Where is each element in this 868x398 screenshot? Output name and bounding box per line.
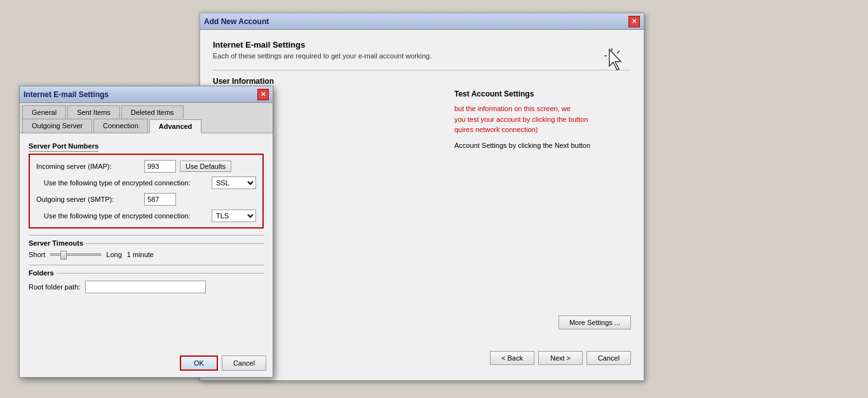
encrypted-row-1: Use the following type of encrypted conn… — [36, 176, 256, 189]
encrypted-row-2: Use the following type of encrypted conn… — [36, 209, 256, 222]
root-folder-input[interactable] — [85, 281, 206, 293]
outer-dialog-close-button[interactable]: ✕ — [628, 16, 640, 27]
tab-advanced[interactable]: Advanced — [149, 119, 202, 133]
incoming-server-row: Incoming server (IMAP): Use Defaults — [36, 160, 256, 173]
slider-thumb — [60, 251, 67, 260]
outer-dialog-titlebar: Add New Account ✕ — [200, 13, 644, 30]
time-value: 1 minute — [127, 251, 154, 258]
folders-header: Folders — [29, 265, 264, 277]
test-account-title: Test Account Settings — [454, 90, 626, 98]
tab-outgoing-server[interactable]: Outgoing Server — [22, 119, 92, 133]
tab-sent-items[interactable]: Sent Items — [67, 105, 120, 119]
user-info-header: User Information — [213, 77, 631, 86]
use-defaults-button[interactable]: Use Defaults — [180, 161, 231, 172]
cursor-decoration — [604, 48, 625, 73]
folders-section: Folders Root folder path: — [29, 265, 264, 293]
tab-general[interactable]: General — [22, 105, 66, 119]
more-settings-area: More Settings ... — [559, 315, 631, 329]
encrypted-select-2[interactable]: TLS — [212, 209, 256, 222]
short-label: Short — [29, 251, 45, 258]
outer-divider — [213, 70, 631, 70]
tab-strip-row2: Outgoing Server Connection Advanced — [20, 119, 273, 133]
encrypted-select-1[interactable]: SSL — [212, 176, 256, 189]
outer-bottom-buttons: < Back Next > Cancel — [490, 351, 631, 365]
form-row-ou: Ou — [213, 154, 631, 162]
slider-row: Short Long 1 minute — [29, 251, 264, 258]
form-row-us: Us — [213, 181, 631, 189]
root-folder-row: Root folder path: — [29, 281, 264, 293]
incoming-server-input[interactable] — [144, 160, 176, 173]
inner-close-button[interactable]: ✕ — [257, 89, 269, 100]
test-account-text4: Account Settings by clicking the Next bu… — [454, 140, 626, 151]
server-port-numbers-section: Server Port Numbers Incoming server (IMA… — [29, 142, 264, 229]
outgoing-server-label: Outgoing server (SMTP): — [36, 196, 144, 203]
advanced-tab-content: Server Port Numbers Incoming server (IMA… — [20, 133, 273, 302]
inner-bottom-buttons: OK Cancel — [180, 355, 266, 371]
encrypted-label-1: Use the following type of encrypted conn… — [44, 179, 212, 187]
tab-deleted-items[interactable]: Deleted Items — [121, 105, 184, 119]
test-account-text1: but the information on this screen, we y… — [454, 103, 626, 135]
long-label: Long — [106, 251, 121, 258]
outer-dialog-title: Add New Account — [204, 17, 269, 26]
inner-dialog-title: Internet E-mail Settings — [24, 90, 109, 99]
server-port-label: Server Port Numbers — [29, 142, 264, 150]
next-button[interactable]: Next > — [538, 351, 583, 365]
slider-track[interactable] — [50, 253, 101, 256]
outer-cancel-button[interactable]: Cancel — [587, 351, 631, 365]
inner-cancel-button[interactable]: Cancel — [222, 355, 266, 371]
form-row-pa: Pa — [213, 194, 631, 201]
ok-button[interactable]: OK — [180, 355, 218, 371]
outgoing-server-input[interactable] — [144, 193, 176, 206]
test-account-section: Test Account Settings but the informatio… — [454, 90, 626, 150]
server-port-highlighted-box: Incoming server (IMAP): Use Defaults Use… — [29, 154, 264, 229]
incoming-server-label: Incoming server (IMAP): — [36, 163, 144, 170]
more-settings-button[interactable]: More Settings ... — [559, 315, 631, 329]
svg-line-2 — [617, 51, 620, 53]
encrypted-label-2: Use the following type of encrypted conn… — [44, 212, 212, 220]
logon-header: Lo — [213, 168, 631, 177]
folders-label: Folders — [29, 269, 57, 277]
back-button[interactable]: < Back — [490, 351, 534, 365]
tab-strip-row1: General Sent Items Deleted Items — [20, 103, 273, 119]
server-timeouts-label: Server Timeouts — [29, 239, 86, 247]
tab-connection[interactable]: Connection — [93, 119, 148, 133]
outgoing-server-row: Outgoing server (SMTP): — [36, 193, 256, 206]
outer-header-subtitle: Each of these settings are required to g… — [213, 52, 631, 60]
server-timeouts-header: Server Timeouts — [29, 235, 264, 247]
root-folder-label: Root folder path: — [29, 283, 80, 291]
inner-dialog: Internet E-mail Settings ✕ General Sent … — [19, 86, 273, 378]
outer-header-title: Internet E-mail Settings — [213, 40, 631, 50]
inner-dialog-titlebar: Internet E-mail Settings ✕ — [20, 86, 273, 103]
server-timeouts-section: Server Timeouts Short Long 1 minute — [29, 235, 264, 258]
